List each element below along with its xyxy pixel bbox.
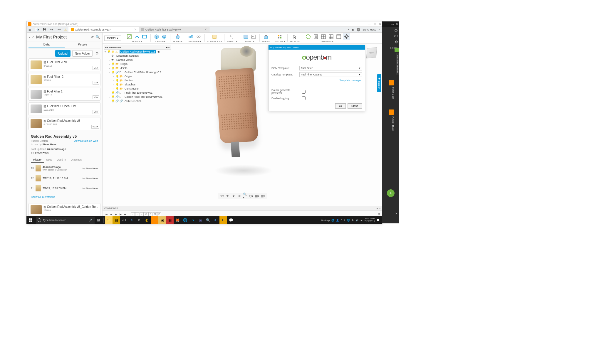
toolbar-group-label[interactable]: SKETCH ▾ bbox=[132, 41, 142, 43]
chrome-icon[interactable]: 🌐 bbox=[181, 216, 189, 224]
maximize-button[interactable]: ▭ bbox=[374, 22, 376, 26]
notification-icon[interactable]: 1 bbox=[357, 28, 360, 31]
toolbar-group-label[interactable]: CREATE ▾ bbox=[155, 41, 165, 43]
app-icon-3[interactable]: ◐ bbox=[143, 216, 151, 224]
history-item[interactable]: 13 46 minutes ago With arduino Controlle… bbox=[31, 163, 98, 173]
teams-icon[interactable]: ▣ bbox=[197, 216, 204, 224]
tree-node[interactable]: ▹⚙Document Settings bbox=[104, 54, 171, 58]
timeline-last-icon[interactable]: ⏭ bbox=[123, 212, 127, 216]
subtab-drawings[interactable]: Drawings bbox=[68, 157, 84, 163]
app-icon-4[interactable]: ▣ bbox=[158, 216, 166, 224]
tree-node[interactable]: ▹💡📂Construction bbox=[104, 87, 171, 91]
comments-dot-icon[interactable]: ● bbox=[376, 207, 378, 210]
toolbar-group-label[interactable]: INSPECT ▾ bbox=[227, 41, 237, 43]
subtab-history[interactable]: History bbox=[31, 157, 44, 163]
fusion-icon[interactable]: F bbox=[151, 216, 158, 224]
openbom-settings-icon[interactable] bbox=[343, 33, 350, 40]
comments-expand-icon[interactable]: ○ bbox=[379, 207, 380, 210]
file-menu-icon[interactable]: 📄▾ bbox=[33, 28, 41, 31]
inspect-icon[interactable]: H bbox=[229, 33, 236, 40]
tree-node[interactable]: ▹💡📂Bodies bbox=[104, 78, 171, 82]
version-badge[interactable]: V2▾ bbox=[93, 81, 99, 85]
file-item[interactable]: ▧Fuel Filter -2 3/6/19 V2▾ bbox=[28, 73, 100, 86]
timeline-first-icon[interactable]: ⏮ bbox=[104, 212, 108, 216]
bg-close-icon[interactable]: ✕ bbox=[396, 23, 398, 26]
bg-maximize-icon[interactable]: ▭ bbox=[391, 23, 394, 26]
tray-bluetooth-icon[interactable]: ᚼ bbox=[344, 219, 345, 222]
openbom-list-icon[interactable] bbox=[312, 33, 319, 40]
openbom-grid2-icon[interactable] bbox=[328, 33, 335, 40]
tab-data[interactable]: Data bbox=[28, 41, 65, 48]
toolbar-group-label[interactable]: MODIFY ▾ bbox=[173, 41, 182, 43]
version-badge[interactable]: V5▾ bbox=[93, 95, 99, 99]
rectangle-icon[interactable] bbox=[141, 33, 148, 40]
app-icon-9[interactable]: 💬 bbox=[227, 216, 235, 224]
desktop-label[interactable]: Desktop bbox=[321, 219, 330, 222]
toolbar-group-label[interactable]: OPENBOM ▾ bbox=[321, 41, 333, 43]
app-icon-6[interactable]: 🔍 bbox=[204, 216, 212, 224]
addins-icon[interactable] bbox=[276, 33, 283, 40]
tray-network-icon[interactable]: 🌐 bbox=[347, 219, 350, 222]
timeline-feature[interactable]: ⊡ bbox=[153, 212, 157, 216]
orbit-icon[interactable]: ⟲▾ bbox=[219, 193, 224, 198]
tree-node[interactable]: 💡🔗🔗ACM-101 v3:1 bbox=[104, 99, 171, 103]
file-item[interactable]: ▧Golden Rod Assembly v5_Golden Ro... 7/2… bbox=[28, 203, 100, 216]
collapse-icon[interactable]: ◂◂ bbox=[105, 46, 108, 49]
joint-icon[interactable] bbox=[195, 33, 202, 40]
sketch-create-icon[interactable] bbox=[126, 33, 133, 40]
skype-icon[interactable]: S bbox=[189, 216, 197, 224]
tree-node[interactable]: ▹💡🔗□Fuel Filter Element v4:1 bbox=[104, 91, 171, 95]
view-web-link[interactable]: View Details on Web bbox=[74, 139, 98, 142]
tray-sync-icon[interactable]: ⇅ bbox=[352, 219, 354, 222]
undo-icon[interactable]: ↶▾ bbox=[48, 28, 55, 31]
toolbar-group-label[interactable]: SELECT ▾ bbox=[290, 41, 300, 43]
tree-node[interactable]: ▹💡📂Origin bbox=[104, 62, 171, 66]
tree-node[interactable]: ▹💡📂Origin bbox=[104, 74, 171, 78]
app-icon-1[interactable]: ▦ bbox=[113, 216, 120, 224]
start-button[interactable] bbox=[26, 216, 35, 224]
look-icon[interactable]: 👁 bbox=[225, 193, 230, 198]
tree-node[interactable]: ▹💡📂Sketches bbox=[104, 82, 171, 87]
bom-template-select[interactable]: Fuel Filter▾ bbox=[299, 66, 362, 70]
help-icon[interactable]: ? bbox=[378, 28, 380, 31]
app-icon-8[interactable]: E bbox=[219, 216, 227, 224]
manufacturing-tab[interactable]: MANUFACTURING bbox=[396, 53, 399, 75]
file-item[interactable]: ▧Fuel Filter 1 1/17/19 V5▾ bbox=[28, 88, 100, 101]
pan-icon[interactable]: ✥ bbox=[231, 193, 236, 198]
firefox-icon[interactable]: 🦊 bbox=[174, 216, 181, 224]
template-manager-link[interactable]: Template manager bbox=[339, 79, 361, 82]
extension-icon[interactable]: ▣ bbox=[352, 28, 354, 31]
box-icon[interactable] bbox=[153, 33, 160, 40]
upload-button[interactable]: Upload bbox=[55, 50, 71, 57]
history-item[interactable]: 12 7/22/19, 11:19:10 AM by Steve Hess bbox=[31, 173, 98, 183]
timeline-feature[interactable]: ▫ bbox=[140, 212, 144, 216]
openbom-grid1-icon[interactable] bbox=[320, 33, 327, 40]
system-clock[interactable]: 10:33 PM 7/29/2019 bbox=[364, 218, 375, 223]
minimize-button[interactable]: — bbox=[368, 22, 371, 26]
tab-close-icon[interactable]: ✕ bbox=[134, 28, 136, 31]
warning-icon[interactable]: ⚠ bbox=[63, 28, 68, 31]
make-icon[interactable] bbox=[262, 33, 269, 40]
subtab-uses[interactable]: Uses bbox=[44, 157, 55, 163]
toolbar-group-label[interactable]: INSERT ▾ bbox=[245, 41, 254, 43]
tab-active[interactable]: Golden Rod Assembly v5 v13* ✕ bbox=[68, 27, 139, 32]
catalog-template-select[interactable]: Fuel Filter Catalog▾ bbox=[299, 72, 362, 77]
support-tab[interactable]: ◉Support bbox=[377, 74, 381, 92]
home-icon[interactable]: ⌂ bbox=[32, 35, 34, 39]
timeline-prev-icon[interactable]: ◀ bbox=[109, 212, 113, 216]
comments-bar[interactable]: COMMENTS ●○ bbox=[103, 206, 382, 210]
redo-icon[interactable]: ↷▾ bbox=[55, 28, 63, 31]
close-button[interactable]: Close bbox=[348, 103, 362, 109]
close-button[interactable]: ✕ bbox=[379, 22, 381, 26]
file-item[interactable]: ▧Fuel Filter -1 v1 8/22/18 V1▾ bbox=[28, 58, 100, 71]
line-icon[interactable] bbox=[133, 33, 140, 40]
app-icon-2[interactable]: 🏷 bbox=[120, 216, 128, 224]
user-name[interactable]: Steve Hess bbox=[363, 28, 376, 31]
refresh-icon[interactable]: ⟳ bbox=[91, 35, 94, 39]
display-icon[interactable]: ▢▾ bbox=[249, 193, 254, 198]
tab-close-icon[interactable]: ✕ bbox=[204, 28, 207, 31]
browser-options-icon[interactable]: ●○ bbox=[166, 46, 170, 49]
construct-icon[interactable] bbox=[211, 33, 218, 40]
search-icon[interactable]: 🔍 bbox=[95, 35, 100, 39]
tray-people-icon[interactable]: 👤 bbox=[336, 219, 339, 222]
